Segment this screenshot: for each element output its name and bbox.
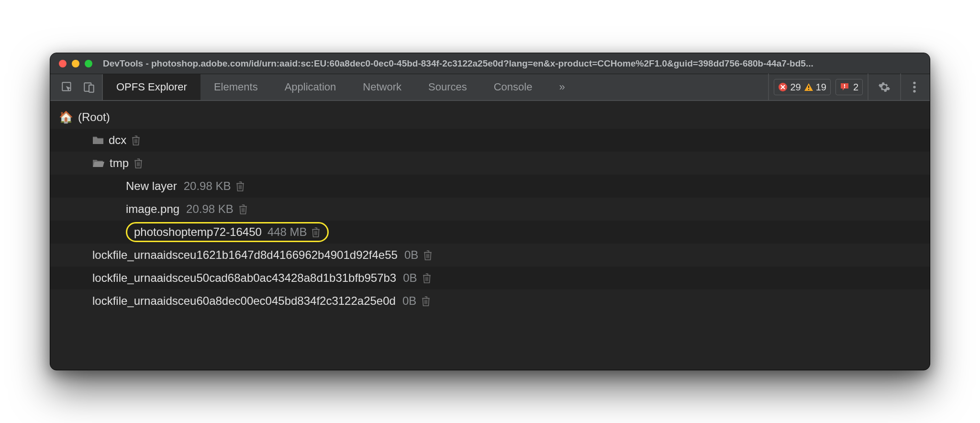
trash-icon[interactable] — [422, 273, 432, 283]
highlight-pill: photoshoptemp72-16450 448 MB — [126, 222, 329, 242]
root-label: (Root) — [78, 111, 110, 124]
folder-icon — [92, 135, 104, 145]
tab-label: OPFS Explorer — [116, 81, 187, 93]
tree-file[interactable]: lockfile_urnaaidsceu50cad68ab0ac43428a8d… — [50, 267, 930, 289]
close-window-button[interactable] — [59, 60, 67, 67]
svg-rect-5 — [808, 89, 809, 90]
tabstrip: OPFS Explorer Elements Application Netwo… — [50, 74, 930, 101]
tab-more[interactable]: » — [546, 74, 578, 100]
tab-label: Sources — [428, 81, 467, 93]
tab-label: Application — [285, 81, 336, 93]
separator — [768, 74, 769, 100]
warning-count: 19 — [816, 82, 826, 93]
svg-rect-6 — [844, 84, 845, 87]
issues-badge[interactable]: 2 — [835, 79, 863, 95]
file-size: 20.98 KB — [186, 202, 234, 216]
trash-icon[interactable] — [131, 135, 141, 145]
tree-root[interactable]: 🏠 (Root) — [50, 106, 930, 129]
devtools-window: DevTools - photoshop.adobe.com/id/urn:aa… — [50, 53, 930, 370]
tab-label: Elements — [214, 81, 258, 93]
traffic-lights — [59, 60, 92, 67]
folder-name: dcx — [109, 134, 126, 147]
trash-icon[interactable] — [134, 158, 143, 168]
svg-point-9 — [913, 86, 915, 88]
file-name: New layer — [126, 179, 177, 193]
file-size: 20.98 KB — [184, 179, 231, 193]
error-count: 29 — [790, 82, 801, 93]
tab-console[interactable]: Console — [480, 74, 546, 100]
folder-name: tmp — [110, 156, 129, 170]
svg-point-8 — [913, 82, 915, 84]
issues-icon — [840, 82, 850, 92]
tree-folder-dcx[interactable]: dcx — [50, 129, 930, 152]
trash-icon[interactable] — [423, 250, 433, 260]
tab-sources[interactable]: Sources — [415, 74, 480, 100]
trash-icon[interactable] — [238, 204, 248, 214]
tree-file[interactable]: lockfile_urnaaidsceu60a8dec00ec045bd834f… — [50, 289, 930, 312]
tab-label: Network — [363, 81, 401, 93]
file-size: 448 MB — [267, 225, 307, 239]
file-size: 0B — [403, 271, 417, 285]
error-warning-badge[interactable]: 29 19 — [774, 79, 831, 95]
tree-file[interactable]: lockfile_urnaaidsceu1621b1647d8d4166962b… — [50, 244, 930, 267]
tab-label: Console — [494, 81, 533, 93]
tab-network[interactable]: Network — [349, 74, 415, 100]
warning-icon — [804, 82, 813, 92]
tab-application[interactable]: Application — [271, 74, 350, 100]
house-icon: 🏠 — [59, 111, 73, 124]
svg-point-10 — [913, 90, 915, 92]
file-name: lockfile_urnaaidsceu60a8dec00ec045bd834f… — [92, 294, 396, 308]
inspect-icon[interactable] — [61, 81, 73, 93]
titlebar: DevTools - photoshop.adobe.com/id/urn:aa… — [50, 53, 930, 74]
file-name: image.png — [126, 202, 179, 216]
error-icon — [778, 82, 788, 92]
svg-rect-7 — [844, 87, 845, 88]
file-tree: 🏠 (Root) dcx tmp New layer — [50, 101, 930, 370]
trash-icon[interactable] — [311, 227, 321, 237]
issues-count: 2 — [853, 82, 858, 93]
tree-folder-tmp[interactable]: tmp — [50, 152, 930, 175]
gear-icon[interactable] — [873, 81, 895, 93]
svg-rect-2 — [89, 85, 94, 92]
window-title: DevTools - photoshop.adobe.com/id/urn:aa… — [103, 58, 921, 69]
minimize-window-button[interactable] — [72, 60, 79, 67]
folder-open-icon — [92, 158, 105, 168]
file-name: lockfile_urnaaidsceu50cad68ab0ac43428a8d… — [92, 271, 396, 285]
tree-file-highlighted[interactable]: photoshoptemp72-16450 448 MB — [50, 221, 930, 244]
maximize-window-button[interactable] — [85, 60, 92, 67]
device-toggle-icon[interactable] — [83, 81, 95, 93]
separator — [900, 74, 901, 100]
tab-elements[interactable]: Elements — [200, 74, 271, 100]
svg-rect-4 — [808, 86, 809, 88]
tab-opfs-explorer[interactable]: OPFS Explorer — [103, 74, 200, 100]
trash-icon[interactable] — [421, 296, 431, 306]
more-label: » — [559, 81, 565, 93]
kebab-icon[interactable] — [906, 81, 923, 93]
separator — [868, 74, 869, 100]
tree-file[interactable]: New layer 20.98 KB — [50, 175, 930, 198]
file-name: lockfile_urnaaidsceu1621b1647d8d4166962b… — [92, 248, 398, 262]
file-size: 0B — [404, 248, 418, 262]
trash-icon[interactable] — [235, 181, 245, 191]
file-size: 0B — [402, 294, 416, 308]
tree-file[interactable]: image.png 20.98 KB — [50, 198, 930, 221]
file-name: photoshoptemp72-16450 — [134, 225, 262, 239]
